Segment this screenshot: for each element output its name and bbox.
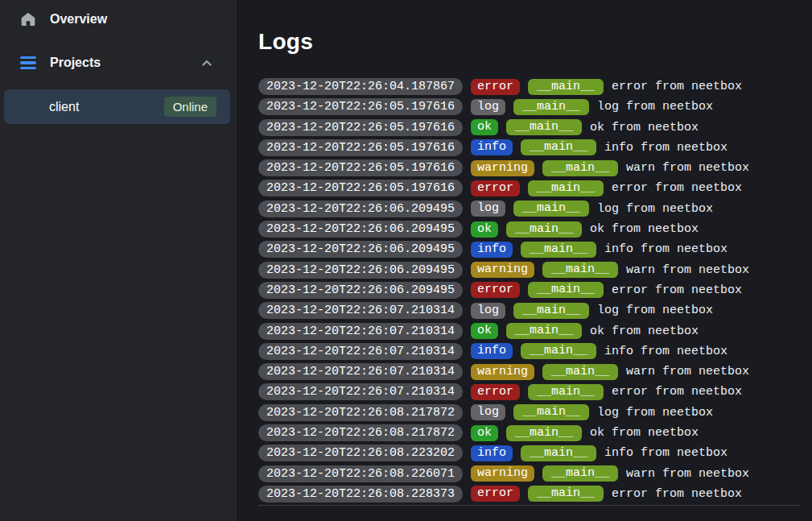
log-tag-badge: __main__	[542, 364, 618, 380]
log-message: log from neetbox	[597, 202, 713, 216]
log-message: error from neetbox	[612, 80, 742, 93]
log-level-badge: info	[471, 242, 513, 258]
log-timestamp: 2023-12-20T22:26:08.217872	[258, 424, 463, 441]
project-name: client	[49, 100, 79, 114]
log-message: info from neetbox	[604, 345, 728, 358]
log-tag-badge: __main__	[542, 262, 618, 278]
log-message: info from neetbox	[604, 141, 728, 155]
status-badge: Online	[164, 97, 216, 117]
sidebar-item-client[interactable]: client Online	[4, 89, 230, 124]
log-message: info from neetbox	[604, 446, 728, 460]
log-tag-badge: __main__	[528, 384, 604, 400]
log-timestamp: 2023-12-20T22:26:05.197616	[258, 159, 463, 176]
log-row: 2023-12-20T22:26:05.197616ok__main__ok f…	[258, 119, 799, 136]
log-timestamp: 2023-12-20T22:26:08.226071	[258, 465, 463, 482]
log-row: 2023-12-20T22:26:08.223202info__main__in…	[258, 445, 799, 461]
log-message: log from neetbox	[597, 100, 713, 114]
log-row: 2023-12-20T22:26:05.197616error__main__e…	[258, 180, 799, 196]
log-timestamp: 2023-12-20T22:26:05.197616	[258, 119, 463, 136]
log-row: 2023-12-20T22:26:07.210314info__main__in…	[258, 343, 799, 360]
log-message: error from neetbox	[612, 385, 742, 399]
log-tag-badge: __main__	[521, 139, 596, 155]
log-timestamp: 2023-12-20T22:26:07.210314	[258, 302, 463, 319]
log-level-badge: log	[471, 201, 505, 217]
log-tag-badge: __main__	[542, 160, 618, 176]
log-level-badge: info	[471, 343, 513, 359]
log-tag-badge: __main__	[506, 323, 582, 339]
log-level-badge: log	[471, 404, 505, 420]
log-timestamp: 2023-12-20T22:26:08.228373	[258, 486, 463, 502]
log-row: 2023-12-20T22:26:08.217872log__main__log…	[258, 404, 799, 421]
log-message: error from neetbox	[612, 487, 742, 501]
log-timestamp: 2023-12-20T22:26:06.209495	[258, 282, 463, 299]
log-tag-badge: __main__	[521, 445, 596, 461]
log-level-badge: ok	[471, 323, 498, 339]
log-row: 2023-12-20T22:26:07.210314error__main__e…	[258, 383, 799, 400]
log-row: 2023-12-20T22:26:06.209495warning__main_…	[258, 262, 799, 279]
log-row: 2023-12-20T22:26:07.210314log__main__log…	[258, 302, 799, 319]
sidebar-item-projects[interactable]: Projects	[0, 48, 237, 78]
log-message: log from neetbox	[597, 304, 713, 317]
log-row: 2023-12-20T22:26:06.209495info__main__in…	[258, 241, 799, 258]
log-row: 2023-12-20T22:26:04.187867error__main__e…	[258, 78, 799, 95]
log-timestamp: 2023-12-20T22:26:08.223202	[258, 445, 463, 461]
log-level-badge: error	[471, 486, 520, 502]
log-row: 2023-12-20T22:26:05.197616warning__main_…	[258, 159, 799, 176]
log-level-badge: error	[471, 282, 520, 298]
log-timestamp: 2023-12-20T22:26:07.210314	[258, 343, 463, 360]
log-level-badge: log	[471, 303, 505, 319]
log-timestamp: 2023-12-20T22:26:07.210314	[258, 323, 463, 340]
log-row: 2023-12-20T22:26:08.228373error__main__e…	[258, 486, 799, 502]
log-message: warn from neetbox	[626, 161, 749, 175]
log-timestamp: 2023-12-20T22:26:05.197616	[258, 139, 463, 156]
menu-icon	[20, 55, 36, 71]
sidebar: Overview Projects client Online	[0, 0, 238, 521]
log-timestamp: 2023-12-20T22:26:04.187867	[258, 78, 463, 95]
log-tag-badge: __main__	[528, 282, 604, 298]
log-timestamp: 2023-12-20T22:26:07.210314	[258, 363, 463, 380]
divider	[258, 505, 799, 506]
page-title: Logs	[258, 29, 799, 55]
log-tag-badge: __main__	[528, 180, 604, 196]
log-message: info from neetbox	[604, 242, 728, 256]
log-level-badge: warning	[471, 465, 534, 482]
log-timestamp: 2023-12-20T22:26:05.197616	[258, 180, 463, 196]
log-level-badge: ok	[471, 221, 498, 238]
log-message: error from neetbox	[612, 283, 742, 297]
main-content: Logs 2023-12-20T22:26:04.187867error__ma…	[238, 0, 812, 521]
log-message: error from neetbox	[612, 181, 742, 195]
log-row: 2023-12-20T22:26:06.209495log__main__log…	[258, 201, 799, 217]
log-tag-badge: __main__	[506, 425, 582, 441]
log-row: 2023-12-20T22:26:06.209495error__main__e…	[258, 282, 799, 299]
log-level-badge: error	[471, 79, 520, 95]
log-tag-badge: __main__	[513, 201, 589, 217]
log-message: ok from neetbox	[590, 426, 699, 440]
log-tag-badge: __main__	[528, 486, 604, 502]
log-tag-badge: __main__	[528, 79, 604, 95]
log-timestamp: 2023-12-20T22:26:06.209495	[258, 262, 463, 279]
log-tag-badge: __main__	[521, 242, 596, 258]
log-level-badge: error	[471, 384, 520, 400]
log-level-badge: info	[471, 139, 513, 155]
log-timestamp: 2023-12-20T22:26:06.209495	[258, 221, 463, 238]
log-tag-badge: __main__	[513, 404, 589, 420]
log-tag-badge: __main__	[513, 303, 589, 319]
sidebar-item-overview[interactable]: Overview	[0, 4, 237, 35]
log-level-badge: ok	[471, 119, 498, 135]
log-tag-badge: __main__	[513, 99, 589, 115]
log-list: 2023-12-20T22:26:04.187867error__main__e…	[258, 78, 799, 502]
log-message: warn from neetbox	[626, 467, 749, 481]
log-timestamp: 2023-12-20T22:26:06.209495	[258, 241, 463, 258]
log-level-badge: log	[471, 99, 505, 115]
log-level-badge: warning	[471, 364, 534, 380]
log-tag-badge: __main__	[521, 343, 596, 359]
log-level-badge: warning	[471, 160, 534, 176]
log-message: ok from neetbox	[590, 325, 699, 338]
home-icon	[20, 11, 36, 27]
log-row: 2023-12-20T22:26:08.217872ok__main__ok f…	[258, 424, 799, 441]
chevron-up-icon[interactable]	[200, 56, 213, 69]
log-message: ok from neetbox	[590, 222, 699, 236]
log-timestamp: 2023-12-20T22:26:08.217872	[258, 404, 463, 421]
log-level-badge: warning	[471, 262, 534, 278]
sidebar-item-label: Overview	[50, 12, 107, 27]
